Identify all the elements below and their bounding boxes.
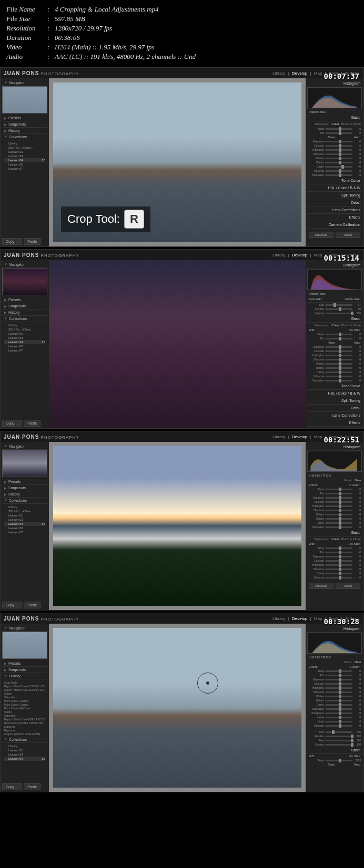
- histogram-header[interactable]: Histogram: [307, 443, 362, 451]
- mask-new[interactable]: New: [355, 479, 361, 482]
- navigator-thumbnail[interactable]: [2, 86, 47, 113]
- exposure-slider[interactable]: [325, 497, 352, 499]
- tree-folder[interactable]: 2014 Cr…kShw…: [4, 146, 45, 150]
- tint-slider[interactable]: [325, 338, 352, 339]
- treatment-color[interactable]: Color: [331, 538, 339, 541]
- navigator-header[interactable]: Navigator: [9, 626, 25, 630]
- histogram-display[interactable]: [307, 269, 362, 290]
- histogram-header[interactable]: Histogram: [307, 80, 362, 87]
- camera-header[interactable]: Camera Calibration: [307, 427, 362, 428]
- treatment-bw[interactable]: Black & White: [341, 538, 361, 541]
- tree-lesson-07[interactable]: Lesson 07: [4, 348, 45, 353]
- brush-size-slider[interactable]: [325, 731, 352, 733]
- tab-develop[interactable]: Develop: [292, 435, 307, 439]
- history-item[interactable]: Exposure: [3, 725, 46, 728]
- tree-root[interactable]: CreXy: [4, 505, 45, 509]
- opacity-slider[interactable]: [325, 313, 352, 314]
- tree-lesson-06[interactable]: Lesson 06: [4, 162, 45, 167]
- tree-lesson-04[interactable]: Lesson 04 15: [4, 340, 45, 344]
- histogram-display[interactable]: [307, 633, 362, 654]
- whites-slider[interactable]: [325, 696, 352, 697]
- shadows-slider[interactable]: [325, 359, 352, 360]
- tab-library[interactable]: Library: [272, 71, 285, 76]
- highlights-slider[interactable]: [325, 149, 352, 151]
- basic-header[interactable]: Basic: [307, 529, 362, 536]
- auto-button[interactable]: Auto: [354, 341, 360, 344]
- history-item[interactable]: Clarity: [3, 710, 46, 714]
- navigator-thumbnail[interactable]: [2, 632, 47, 659]
- treatment-color[interactable]: Color: [331, 122, 339, 126]
- split-header[interactable]: Split Toning: [307, 192, 362, 199]
- tree-root[interactable]: CreXy: [4, 744, 45, 748]
- history-item[interactable]: Export - Hard Drive (11/26/14 1:35…: [3, 684, 46, 688]
- saturation-slider[interactable]: [325, 380, 352, 381]
- history-item[interactable]: Crop Angle: [3, 680, 46, 684]
- highlights-slider[interactable]: [325, 505, 352, 507]
- tree-lesson-06[interactable]: Lesson 06: [4, 344, 45, 348]
- history-header[interactable]: History: [8, 311, 20, 314]
- tab-map[interactable]: Map: [314, 253, 322, 257]
- detail-header[interactable]: Detail: [307, 405, 362, 412]
- hsl-header[interactable]: HSL / Color / B & W: [307, 390, 362, 397]
- effect-dropdown[interactable]: Custom: [349, 665, 360, 668]
- tree-lesson-03[interactable]: Lesson 03: [4, 336, 45, 340]
- highlights-slider[interactable]: [325, 355, 352, 356]
- tree-root[interactable]: CreXy: [4, 323, 45, 327]
- clarity-slider[interactable]: [325, 371, 352, 373]
- saturation-slider[interactable]: [325, 708, 352, 710]
- tree-lesson-01[interactable]: Lesson 01: [4, 513, 45, 518]
- history-item[interactable]: Point Curve: Custom: [3, 699, 46, 702]
- snapshots-header[interactable]: Snapshots: [8, 304, 26, 308]
- radial-filter-cursor[interactable]: [197, 673, 218, 694]
- shadows-slider[interactable]: [325, 153, 352, 155]
- presets-header[interactable]: Presets: [8, 298, 21, 302]
- auto-button[interactable]: Auto: [354, 763, 360, 766]
- image-viewport[interactable]: [49, 442, 306, 610]
- paste-button[interactable]: Paste: [24, 602, 41, 608]
- history-item[interactable]: Point Curve: MyCurve: [3, 706, 46, 710]
- split-header[interactable]: Split Toning: [307, 397, 362, 405]
- image-viewport[interactable]: [49, 260, 306, 428]
- history-header[interactable]: History: [8, 492, 20, 496]
- snapshots-header[interactable]: Snapshots: [8, 668, 26, 671]
- tab-library[interactable]: Library: [272, 435, 285, 439]
- tint-slider[interactable]: [325, 493, 352, 494]
- history-header[interactable]: History: [8, 129, 20, 132]
- tab-map[interactable]: Map: [314, 435, 322, 439]
- copy-button[interactable]: Copy…: [2, 238, 22, 245]
- tree-lesson-01[interactable]: Lesson 01: [4, 332, 45, 336]
- clone-btn[interactable]: Clone: [345, 297, 353, 301]
- reset-button[interactable]: Reset: [336, 583, 360, 589]
- tree-folder[interactable]: 2014 Cr…kShw…: [4, 509, 45, 513]
- lens-header[interactable]: Lens Corrections: [307, 412, 362, 419]
- histogram-header[interactable]: Histogram: [307, 262, 362, 269]
- exposure-slider[interactable]: [325, 141, 352, 142]
- snapshots-header[interactable]: Snapshots: [8, 122, 26, 126]
- feather-slider[interactable]: [325, 308, 352, 310]
- effects-header[interactable]: Effects: [307, 214, 362, 221]
- tree-lesson-01[interactable]: Lesson 01: [4, 748, 45, 752]
- image-viewport[interactable]: [49, 624, 306, 792]
- hsl-header[interactable]: HSL / Color / B & W: [307, 184, 362, 192]
- copy-button[interactable]: Copy…: [2, 602, 22, 608]
- camera-header[interactable]: Camera Calibration: [307, 221, 362, 229]
- paste-button[interactable]: Paste: [24, 238, 41, 245]
- snapshots-header[interactable]: Snapshots: [8, 486, 26, 490]
- auto-button[interactable]: Auto: [354, 136, 360, 139]
- tree-lesson-07[interactable]: Lesson 07: [4, 167, 45, 171]
- clarity-slider[interactable]: [325, 522, 352, 524]
- blacks-slider[interactable]: [325, 367, 352, 369]
- shadows-slider[interactable]: [325, 510, 352, 511]
- contrast-slider[interactable]: [325, 501, 352, 503]
- whites-slider[interactable]: [325, 514, 352, 515]
- mask-new[interactable]: New: [355, 660, 361, 664]
- highlights-slider[interactable]: [325, 687, 352, 689]
- histogram-header[interactable]: Histogram: [307, 625, 362, 633]
- saturation-slider[interactable]: [325, 174, 352, 176]
- exposure-slider[interactable]: [325, 346, 352, 348]
- shadows-slider[interactable]: [325, 691, 352, 693]
- tree-lesson-03[interactable]: Lesson 03: [4, 518, 45, 522]
- tab-develop[interactable]: Develop: [292, 253, 307, 257]
- navigator-header[interactable]: Navigator: [9, 81, 25, 85]
- tonecurve-header[interactable]: Tone Curve: [307, 383, 362, 390]
